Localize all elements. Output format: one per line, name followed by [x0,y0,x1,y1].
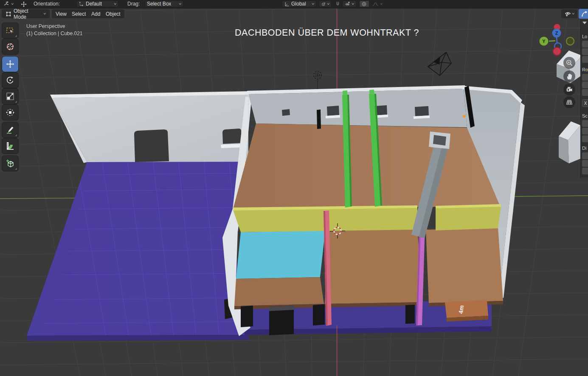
scene-title-text[interactable]: DACHBODEN ÜBER DEM WOHNTRAKT ? [235,28,419,38]
annotate-pencil-icon [5,125,15,135]
menu-object[interactable]: Object [102,9,124,18]
black-post[interactable] [317,109,321,129]
snap-magnet-icon[interactable] [335,1,341,7]
chevron-down-icon: ˅ [352,2,354,6]
view-name: User Perspective [26,23,65,29]
header-bar: ˅ Orientation: Default ˅ Drag: Select Bo… [0,0,588,8]
drag-value: Select Box [147,1,177,7]
transform-orientation-value: Global [291,1,310,7]
pan-button[interactable] [563,70,575,82]
move-icon [5,59,15,69]
scale-x-field[interactable] [582,120,588,127]
mode-dropdown[interactable]: Object Mode ˅ [2,9,50,18]
chevron-down-icon: ˅ [572,12,575,16]
perspective-grid-icon [565,98,573,106]
menu-add-label: Add [91,11,100,17]
tool-move[interactable] [2,56,18,72]
measure-icon [5,141,15,151]
chevron-down-icon: ˅ [179,2,182,6]
drag-label: Drag: [127,0,140,8]
hand-icon [565,73,573,80]
cyan-floor[interactable] [236,230,325,279]
orientation-icon [79,1,84,7]
orientation-value: Default [86,1,113,7]
drag-dropdown[interactable]: Select Box ˅ [145,0,183,7]
left-exterior-wall[interactable] [50,91,248,163]
menu-select-label: Select [72,11,86,17]
menu-select[interactable]: Select [68,9,90,18]
falloff-curve-icon [372,1,379,7]
tool-scale[interactable] [2,89,18,104]
active-object-breadcrumb: (1) Collection | Cube.021 [26,31,83,36]
tool-add-cube[interactable] [2,156,18,171]
object-mode-icon [6,11,11,17]
rotation-label: Ro [582,67,588,72]
zoom-icon [565,59,573,67]
location-z-field[interactable] [582,56,588,63]
3d-viewport-editor-icon [3,0,10,7]
snap-increment-icon [344,1,350,7]
menu-object-label: Object [106,11,121,17]
scale-z-field[interactable] [582,135,588,142]
back-wall[interactable] [247,85,467,127]
select-box-icon [5,25,15,36]
location-y-field[interactable] [582,48,588,55]
chevron-down-icon: ˅ [327,2,330,6]
yellow-wall-right[interactable] [436,204,501,230]
front-deck-floor[interactable] [234,277,324,306]
tool-rotate[interactable] [2,73,18,88]
scale-y-field[interactable] [582,128,588,135]
proportional-editing-toggle[interactable] [359,0,369,7]
upper-floor[interactable] [233,123,500,209]
gizmo-axis-x[interactable] [553,48,561,56]
scale-icon [5,91,15,101]
location-x-field[interactable] [582,41,588,48]
visibility-dropdown[interactable]: ˅ [561,9,577,18]
light-dot [463,115,466,118]
scale-label: Sc [582,113,588,118]
tool-measure[interactable] [2,138,18,154]
rotation-y-field[interactable] [582,81,588,88]
camera-view-button[interactable] [563,84,575,95]
chevron-down-icon: ˅ [312,2,315,6]
viewport-3d[interactable]: 4m [0,0,588,376]
tool-annotate[interactable] [2,122,18,137]
middle-floor[interactable] [325,229,423,304]
editor-type-button[interactable]: ˅ [1,0,16,7]
sidebar-panel-strip[interactable]: Lo Ro X Sc Di [580,19,588,177]
chevron-down-icon: ˅ [11,2,14,6]
chevron-down-icon: ˅ [114,2,117,6]
rotation-x-field[interactable] [582,74,588,81]
dimensions-y-field[interactable] [582,160,588,167]
navigation-gizmo[interactable]: Z Y [533,19,582,59]
active-tool-move-icon [20,1,27,8]
menu-view-label: View [56,11,67,17]
gizmo-axis-y-neg[interactable] [566,37,574,45]
rotation-mode-button[interactable]: X [582,99,588,107]
right-floor[interactable] [426,228,503,303]
transform-icon [5,107,15,118]
ortho-toggle-button[interactable] [563,96,575,108]
pivot-point-dropdown[interactable]: ˅ [319,0,332,7]
rotation-z-field[interactable] [582,89,588,96]
dimensions-z-field[interactable] [582,168,588,174]
tool-transform[interactable] [2,105,18,120]
show-gizmos-toggle[interactable] [579,9,588,19]
snap-target-dropdown[interactable]: ˅ [342,0,357,7]
mode-value: Object Mode [14,8,42,20]
global-axes-icon [284,1,290,7]
tool-cursor[interactable] [2,39,18,54]
camera-icon [565,86,573,93]
transform-orientation-dropdown[interactable]: Global ˅ [282,0,316,7]
falloff-dropdown[interactable]: ˅ [370,0,385,7]
chevron-down-icon: ˅ [43,12,46,16]
orientation-dropdown[interactable]: Default ˅ [76,0,118,7]
tool-select-box[interactable] [2,23,18,38]
3d-cursor-icon [5,42,15,52]
dimension-plank[interactable]: 4m [445,300,488,322]
proportional-editing-icon [361,1,367,7]
zoom-button[interactable] [563,57,575,69]
dimension-text: 4m [457,305,465,314]
collapse-panel-icon[interactable] [582,22,587,24]
dimensions-x-field[interactable] [582,152,588,159]
